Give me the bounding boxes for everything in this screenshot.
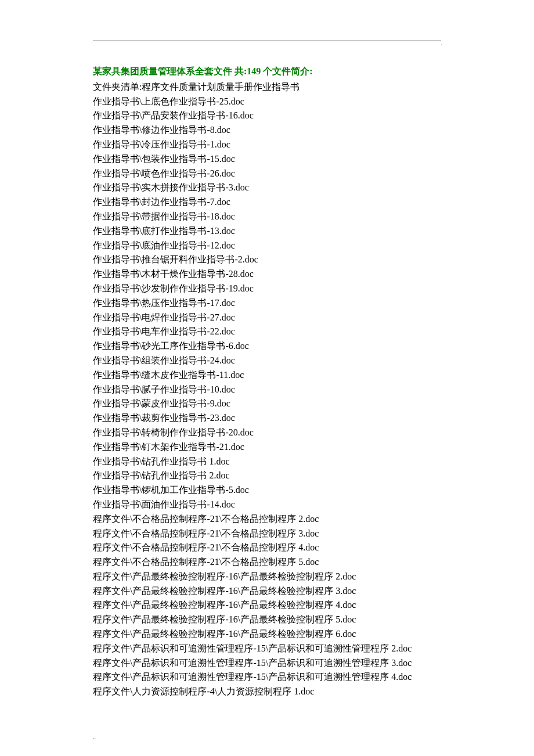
file-list-item: 作业指导书\封边作业指导书-7.doc (93, 195, 441, 210)
file-list-item: 作业指导书\钻孔作业指导书 2.doc (93, 469, 441, 483)
file-list-item: 作业指导书\修边作业指导书-8.doc (93, 123, 441, 138)
file-list-item: 作业指导书\转椅制作作业指导书-20.doc (93, 426, 441, 440)
file-list-item: 程序文件\产品标识和可追溯性管理程序-15\产品标识和可追溯性管理程序 2.do… (93, 642, 441, 656)
file-list-item: 作业指导书\底打作业指导书-13.doc (93, 224, 441, 239)
file-list-item: 作业指导书\带据作业指导书-18.doc (93, 210, 441, 224)
document-title: 某家具集团质量管理体系全套文件 共:149 个文件简介: (93, 64, 441, 79)
folder-list-header: 文件夹清单:程序文件质量计划质量手册作业指导书 (93, 80, 441, 95)
file-list-item: 作业指导书\钉木架作业指导书-21.doc (93, 440, 441, 455)
file-list-item: 作业指导书\沙发制作作业指导书-19.doc (93, 282, 441, 296)
file-list-item: 程序文件\不合格品控制程序-21\不合格品控制程序 4.doc (93, 541, 441, 555)
file-list-item: 作业指导书\腻子作业指导书-10.doc (93, 383, 441, 397)
file-list-item: 作业指导书\产品安装作业指导书-16.doc (93, 109, 441, 123)
file-list-item: 程序文件\产品最终检验控制程序-16\产品最终检验控制程序 2.doc (93, 570, 441, 584)
file-list-item: 作业指导书\上底色作业指导书-25.doc (93, 95, 441, 109)
file-list-item: 程序文件\产品最终检验控制程序-16\产品最终检验控制程序 6.doc (93, 627, 441, 642)
file-list-item: 作业指导书\包装作业指导书-15.doc (93, 152, 441, 167)
file-list-item: 程序文件\不合格品控制程序-21\不合格品控制程序 5.doc (93, 555, 441, 570)
file-list-item: 作业指导书\木材干燥作业指导书-28.doc (93, 267, 441, 282)
file-list-item: 作业指导书\底油作业指导书-12.doc (93, 239, 441, 253)
file-list-item: 程序文件\产品最终检验控制程序-16\产品最终检验控制程序 5.doc (93, 613, 441, 627)
file-list-item: 作业指导书\喷色作业指导书-26.doc (93, 167, 441, 181)
title-prefix: 某家具集团质量管理体系全套文件 共: (93, 66, 247, 76)
file-list-item: 作业指导书\面油作业指导书-14.doc (93, 498, 441, 512)
title-suffix: 个文件简介: (261, 66, 312, 76)
title-count: 149 (247, 66, 261, 76)
file-list-item: 程序文件\人力资源控制程序-4\人力资源控制程序 1.doc (93, 685, 441, 699)
file-list-item: 程序文件\产品标识和可追溯性管理程序-15\产品标识和可追溯性管理程序 3.do… (93, 656, 441, 671)
file-list-item: 作业指导书\实木拼接作业指导书-3.doc (93, 181, 441, 195)
file-list-item: 作业指导书\锣机加工作业指导书-5.doc (93, 483, 441, 498)
file-list-item: 作业指导书\组装作业指导书-24.doc (93, 354, 441, 368)
file-list-item: 作业指导书\电车作业指导书-22.doc (93, 325, 441, 339)
file-list-item: 程序文件\产品标识和可追溯性管理程序-15\产品标识和可追溯性管理程序 4.do… (93, 670, 441, 685)
footer-dots: .. (93, 734, 441, 740)
file-list-item: 作业指导书\热压作业指导书-17.doc (93, 296, 441, 311)
file-list-item: 作业指导书\推台锯开料作业指导书-2.doc (93, 253, 441, 267)
file-list-item: 作业指导书\电焊作业指导书-27.doc (93, 311, 441, 325)
file-list-item: 程序文件\产品最终检验控制程序-16\产品最终检验控制程序 4.doc (93, 598, 441, 613)
file-list: 作业指导书\上底色作业指导书-25.doc作业指导书\产品安装作业指导书-16.… (93, 95, 441, 699)
file-list-item: 作业指导书\缝木皮作业指导书-11.doc (93, 368, 441, 383)
file-list-item: 作业指导书\冷压作业指导书-1.doc (93, 138, 441, 152)
file-list-item: 作业指导书\钻孔作业指导书 1.doc (93, 455, 441, 469)
file-list-item: 程序文件\产品最终检验控制程序-16\产品最终检验控制程序 3.doc (93, 584, 441, 599)
file-list-item: 程序文件\不合格品控制程序-21\不合格品控制程序 3.doc (93, 527, 441, 541)
file-list-item: 作业指导书\蒙皮作业指导书-9.doc (93, 397, 441, 411)
horizontal-rule (93, 41, 441, 41)
file-list-item: 作业指导书\裁剪作业指导书-23.doc (93, 411, 441, 426)
file-list-item: 程序文件\不合格品控制程序-21\不合格品控制程序 2.doc (93, 512, 441, 527)
file-list-item: 作业指导书\砂光工序作业指导书-6.doc (93, 339, 441, 354)
